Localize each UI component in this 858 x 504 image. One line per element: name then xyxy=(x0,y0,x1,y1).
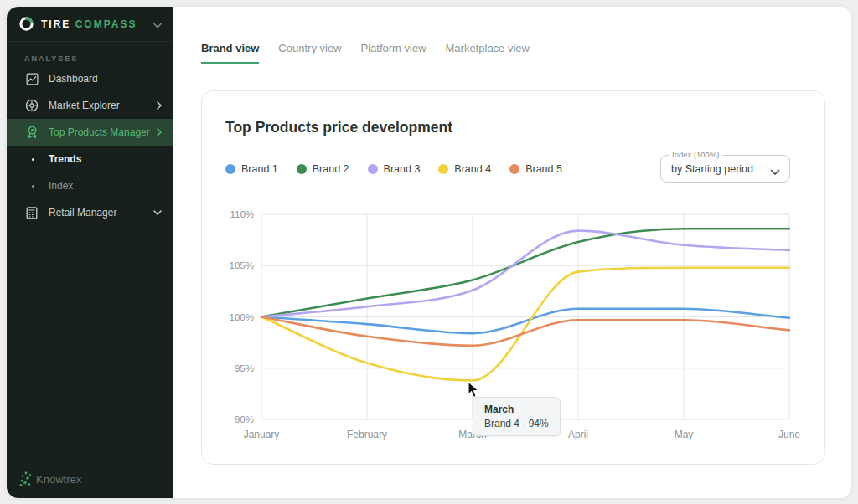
chevron-down-icon[interactable] xyxy=(153,17,162,32)
sidebar-item-label: Retail Manager xyxy=(49,207,116,219)
main-content: Brand view Country view Platform view Ma… xyxy=(173,7,851,498)
nav-section-label: ANALYSES xyxy=(24,54,78,63)
price-development-card: Top Products price development Brand 1 B… xyxy=(201,90,825,465)
chart-tooltip: March Brand 4 - 94% xyxy=(473,397,561,436)
sidebar-item-top-products-manager[interactable]: Top Products Manager xyxy=(7,119,173,146)
sidebar-item-label: Market Explorer xyxy=(49,100,120,111)
sidebar-item-market-explorer[interactable]: Market Explorer xyxy=(7,92,173,119)
tooltip-value: Brand 4 - 94% xyxy=(484,418,549,429)
svg-text:95%: 95% xyxy=(235,363,254,373)
tab-marketplace-view[interactable]: Marketplace view xyxy=(446,42,530,64)
app-window: TIRE COMPASS ANALYSES Dashboard Market E… xyxy=(7,7,851,498)
svg-text:January: January xyxy=(244,429,280,440)
svg-text:February: February xyxy=(347,429,387,440)
logo-secondary: COMPASS xyxy=(75,18,137,30)
tab-brand-view[interactable]: Brand view xyxy=(201,42,259,64)
svg-text:May: May xyxy=(675,429,694,440)
sidebar-item-dashboard[interactable]: Dashboard xyxy=(7,65,173,92)
sidebar-item-retail-manager[interactable]: Retail Manager xyxy=(7,199,173,226)
sidebar-item-label: Trends xyxy=(49,153,81,165)
mouse-cursor xyxy=(468,381,480,399)
svg-text:110%: 110% xyxy=(230,209,254,219)
svg-text:100%: 100% xyxy=(230,312,254,322)
knowtrex-dots-icon xyxy=(18,471,34,488)
tab-country-view[interactable]: Country view xyxy=(278,42,341,64)
award-medal-icon xyxy=(25,126,39,139)
chevron-right-icon xyxy=(157,101,162,110)
sidebar-item-label: Dashboard xyxy=(49,73,98,85)
sidebar-item-trends[interactable]: Trends xyxy=(7,146,173,172)
svg-text:105%: 105% xyxy=(230,260,254,270)
sidebar-item-label: Index xyxy=(49,180,73,192)
view-tabs: Brand view Country view Platform view Ma… xyxy=(201,42,549,64)
chevron-right-icon xyxy=(157,128,162,136)
dashboard-chart-icon xyxy=(25,72,39,85)
calculator-icon xyxy=(25,206,39,219)
tire-compass-logo-icon xyxy=(18,16,34,32)
logo-primary: TIRE xyxy=(41,18,70,30)
tooltip-title: March xyxy=(484,404,549,415)
sidebar-nav: Dashboard Market Explorer Top Products M… xyxy=(7,65,173,226)
sidebar: TIRE COMPASS ANALYSES Dashboard Market E… xyxy=(7,7,173,498)
svg-text:June: June xyxy=(778,429,800,440)
sidebar-item-index[interactable]: Index xyxy=(7,172,173,199)
wheel-icon xyxy=(25,99,39,112)
chevron-down-icon xyxy=(153,210,162,215)
bullet-icon xyxy=(32,185,34,188)
bullet-icon xyxy=(32,158,34,161)
logo-text: TIRE COMPASS xyxy=(41,18,137,30)
svg-text:April: April xyxy=(568,429,588,440)
svg-text:90%: 90% xyxy=(235,414,254,424)
tab-platform-view[interactable]: Platform view xyxy=(361,42,426,64)
knowtrex-label: Knowtrex xyxy=(36,473,81,486)
sidebar-item-label: Top Products Manager xyxy=(49,126,150,138)
logo-bar[interactable]: TIRE COMPASS xyxy=(7,7,173,42)
knowtrex-footer-logo: Knowtrex xyxy=(18,471,81,488)
